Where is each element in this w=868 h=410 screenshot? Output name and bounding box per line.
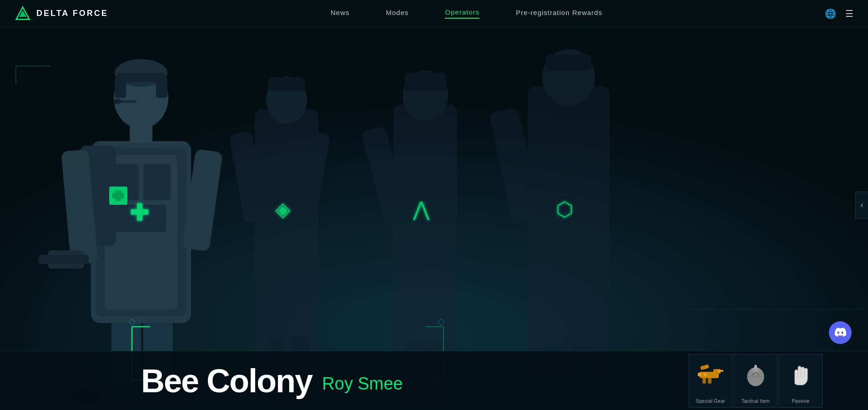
- svg-text:✚: ✚: [130, 200, 149, 226]
- nav-rewards[interactable]: Pre-registration Rewards: [516, 9, 602, 18]
- language-globe-icon[interactable]: 🌐: [825, 8, 836, 19]
- character-subtitle: Roy Smee: [322, 374, 403, 394]
- abilities-section: Special Gear Tactical Ite: [689, 354, 868, 408]
- svg-rect-54: [112, 193, 124, 198]
- ability-passive[interactable]: Passive: [779, 354, 823, 408]
- ability-special-gear[interactable]: Special Gear: [689, 354, 732, 408]
- svg-rect-49: [156, 77, 167, 98]
- ability-tactical-item[interactable]: Tactical Item: [734, 354, 777, 408]
- navbar-right: 🌐 ☰: [825, 8, 853, 19]
- svg-text:⋀: ⋀: [413, 198, 430, 220]
- tactical-item-label: Tactical Item: [742, 398, 770, 404]
- svg-point-76: [703, 373, 707, 376]
- nav-modes[interactable]: Modes: [386, 9, 409, 18]
- svg-rect-43: [39, 255, 89, 264]
- brand-name: DELTA FORCE: [36, 9, 108, 18]
- next-arrow-icon: ‹: [861, 200, 863, 210]
- svg-rect-14: [405, 73, 446, 91]
- hero-section: ✚ ◈ ⋀ ⬡ ‹: [0, 0, 868, 410]
- svg-rect-23: [546, 55, 591, 71]
- navbar: DELTA FORCE News Modes Operators Pre-reg…: [0, 0, 868, 27]
- nav-operators[interactable]: Operators: [445, 8, 479, 19]
- bottom-info-bar: Bee Colony Roy Smee Special Gear: [0, 351, 868, 410]
- svg-rect-37: [143, 164, 171, 200]
- tactical-item-icon: [739, 358, 772, 391]
- discord-icon: [834, 328, 847, 338]
- discord-button[interactable]: [829, 321, 852, 344]
- passive-icon: [784, 358, 817, 391]
- svg-rect-5: [268, 77, 305, 91]
- special-gear-icon: [694, 358, 727, 391]
- hamburger-menu-icon[interactable]: ☰: [845, 8, 853, 19]
- svg-rect-72: [702, 378, 706, 384]
- carousel-next-arrow[interactable]: ‹: [855, 192, 868, 219]
- navbar-logo: DELTA FORCE: [15, 5, 108, 22]
- special-gear-label: Special Gear: [696, 398, 725, 404]
- passive-label: Passive: [792, 398, 810, 404]
- svg-text:◈: ◈: [275, 198, 291, 220]
- character-name-section: Bee Colony Roy Smee: [0, 364, 689, 397]
- svg-text:⬡: ⬡: [556, 198, 573, 220]
- svg-rect-77: [700, 364, 709, 370]
- character-name: Bee Colony: [141, 364, 312, 397]
- svg-rect-73: [708, 378, 712, 384]
- svg-rect-74: [698, 373, 701, 376]
- navbar-center: News Modes Operators Pre-registration Re…: [331, 8, 602, 19]
- delta-force-logo-icon: [15, 5, 31, 22]
- svg-point-51: [114, 99, 121, 104]
- svg-rect-75: [718, 370, 723, 372]
- svg-rect-48: [115, 77, 126, 98]
- nav-news[interactable]: News: [331, 9, 350, 18]
